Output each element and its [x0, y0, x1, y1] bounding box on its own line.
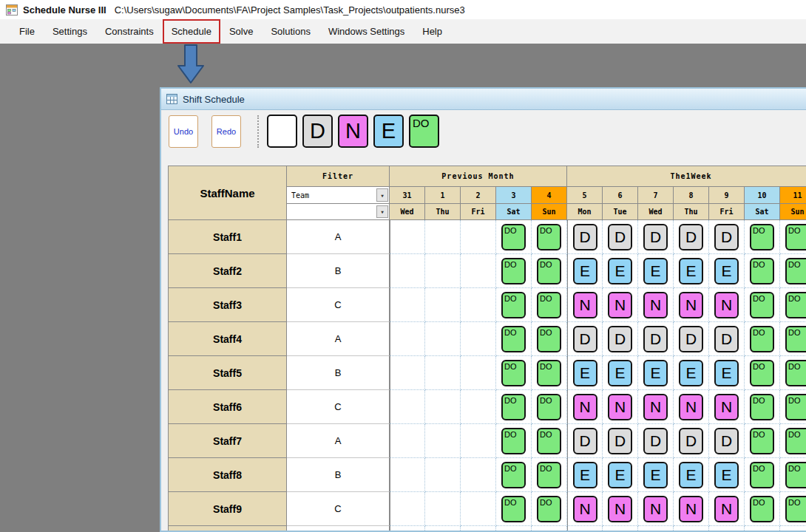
day-cell[interactable] — [638, 526, 674, 532]
menu-item-settings[interactable]: Settings — [44, 19, 96, 44]
day-cell[interactable]: D — [638, 322, 674, 356]
day-cell[interactable]: DO — [780, 220, 806, 254]
day-cell[interactable]: DO — [532, 424, 567, 458]
day-cell[interactable]: N — [674, 288, 709, 322]
day-cell[interactable]: DO — [780, 458, 806, 492]
day-cell[interactable]: D — [709, 322, 745, 356]
day-cell[interactable]: E — [567, 254, 603, 288]
day-cell[interactable]: E — [674, 356, 709, 390]
day-cell[interactable] — [425, 220, 461, 254]
day-cell[interactable]: E — [709, 356, 745, 390]
day-cell[interactable]: E — [638, 356, 674, 390]
day-cell[interactable]: N — [638, 492, 674, 526]
day-cell[interactable]: DO — [532, 322, 567, 356]
day-cell[interactable]: DO — [780, 288, 806, 322]
day-cell[interactable]: E — [638, 254, 674, 288]
day-cell[interactable] — [390, 526, 425, 532]
day-cell[interactable]: D — [567, 220, 603, 254]
day-cell[interactable]: DO — [496, 322, 532, 356]
day-cell[interactable] — [567, 526, 603, 532]
day-cell[interactable] — [603, 526, 638, 532]
day-cell[interactable]: DO — [745, 288, 780, 322]
day-cell[interactable] — [461, 424, 496, 458]
day-cell[interactable]: D — [638, 424, 674, 458]
day-cell[interactable] — [425, 356, 461, 390]
day-cell[interactable] — [390, 492, 425, 526]
day-cell[interactable]: E — [674, 458, 709, 492]
day-cell[interactable] — [425, 492, 461, 526]
day-cell[interactable]: DO — [532, 356, 567, 390]
day-cell[interactable]: N — [603, 288, 638, 322]
day-cell[interactable] — [390, 220, 425, 254]
day-cell[interactable] — [461, 322, 496, 356]
day-cell[interactable] — [390, 390, 425, 424]
menu-item-windows-settings[interactable]: Windows Settings — [319, 19, 413, 44]
menu-item-file[interactable]: File — [10, 19, 44, 44]
day-cell[interactable]: DO — [745, 220, 780, 254]
team-filter-dropdown[interactable]: Team ▼ — [287, 187, 389, 204]
window-titlebar[interactable]: Shift Schedule — [161, 89, 806, 110]
day-cell[interactable] — [425, 526, 461, 532]
redo-button[interactable]: Redo — [211, 115, 241, 148]
day-cell[interactable] — [461, 526, 496, 532]
day-cell[interactable] — [390, 288, 425, 322]
day-cell[interactable]: D — [567, 424, 603, 458]
shift-button-dayoff[interactable]: DO — [409, 115, 439, 148]
day-cell[interactable] — [390, 458, 425, 492]
day-cell[interactable] — [496, 526, 532, 532]
day-cell[interactable] — [425, 390, 461, 424]
day-cell[interactable] — [425, 288, 461, 322]
day-cell[interactable]: D — [674, 322, 709, 356]
shift-button-day[interactable]: D — [302, 115, 333, 148]
day-cell[interactable]: DO — [532, 390, 567, 424]
day-cell[interactable]: D — [709, 220, 745, 254]
day-cell[interactable]: N — [674, 492, 709, 526]
shift-button-evening[interactable]: E — [373, 115, 404, 148]
day-cell[interactable]: DO — [496, 288, 532, 322]
day-cell[interactable]: N — [709, 390, 745, 424]
day-cell[interactable]: DO — [496, 220, 532, 254]
day-cell[interactable] — [425, 424, 461, 458]
day-cell[interactable]: D — [674, 424, 709, 458]
day-cell[interactable]: DO — [532, 220, 567, 254]
day-cell[interactable]: DO — [745, 254, 780, 288]
day-cell[interactable]: D — [567, 322, 603, 356]
day-cell[interactable] — [461, 356, 496, 390]
day-cell[interactable]: DO — [780, 390, 806, 424]
day-cell[interactable]: DO — [532, 254, 567, 288]
day-cell[interactable] — [461, 390, 496, 424]
day-cell[interactable] — [390, 424, 425, 458]
day-cell[interactable]: DO — [532, 458, 567, 492]
day-cell[interactable]: DO — [745, 322, 780, 356]
day-cell[interactable]: DO — [496, 458, 532, 492]
day-cell[interactable] — [461, 458, 496, 492]
day-cell[interactable]: D — [603, 322, 638, 356]
day-cell[interactable]: D — [603, 220, 638, 254]
day-cell[interactable]: D — [638, 220, 674, 254]
day-cell[interactable]: E — [674, 254, 709, 288]
day-cell[interactable]: E — [567, 458, 603, 492]
day-cell[interactable]: E — [603, 356, 638, 390]
day-cell[interactable]: N — [709, 288, 745, 322]
day-cell[interactable] — [461, 220, 496, 254]
day-cell[interactable]: DO — [532, 288, 567, 322]
day-cell[interactable]: N — [567, 492, 603, 526]
undo-button[interactable]: Undo — [169, 115, 198, 148]
menu-item-schedule[interactable]: Schedule — [163, 19, 220, 44]
day-cell[interactable] — [461, 492, 496, 526]
day-cell[interactable]: D — [603, 424, 638, 458]
chevron-down-icon[interactable]: ▼ — [376, 205, 388, 218]
day-cell[interactable]: E — [567, 356, 603, 390]
shift-button-night[interactable]: N — [338, 115, 368, 148]
day-cell[interactable]: N — [638, 390, 674, 424]
day-cell[interactable] — [461, 254, 496, 288]
day-cell[interactable]: DO — [780, 424, 806, 458]
day-cell[interactable]: DO — [496, 356, 532, 390]
day-cell[interactable]: DO — [780, 322, 806, 356]
day-cell[interactable]: N — [709, 492, 745, 526]
day-cell[interactable]: DO — [496, 254, 532, 288]
day-cell[interactable] — [532, 526, 567, 532]
day-cell[interactable]: N — [603, 492, 638, 526]
day-cell[interactable]: DO — [745, 492, 780, 526]
chevron-down-icon[interactable]: ▼ — [376, 188, 388, 202]
